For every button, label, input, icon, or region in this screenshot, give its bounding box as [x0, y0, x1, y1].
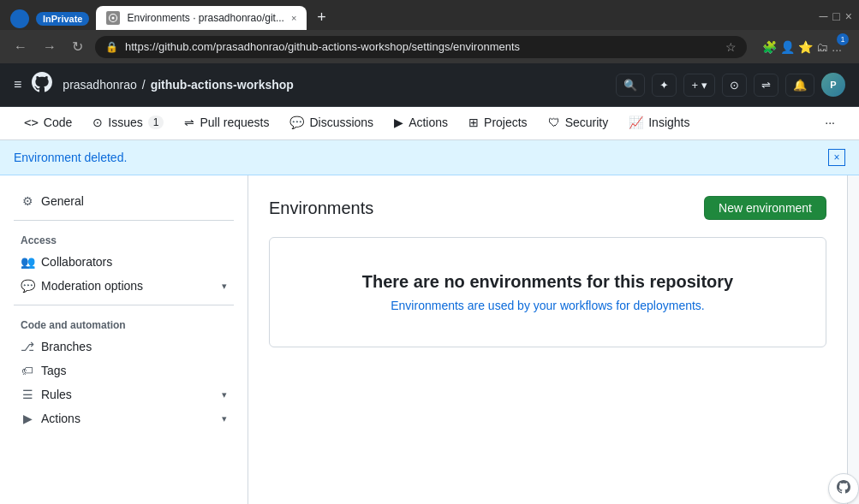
- refresh-btn[interactable]: ↻: [69, 35, 86, 58]
- tab-actions-label: Actions: [409, 116, 448, 129]
- pr-tab-icon: ⇌: [184, 116, 194, 129]
- empty-state-description: Environments are used by your workflows …: [287, 299, 808, 312]
- tab-pull-requests[interactable]: ⇌ Pull requests: [174, 107, 279, 139]
- plus-icon: +: [691, 79, 698, 92]
- browser-address-bar: ← → ↻ 🔒 https://github.com/prasadhonrao/…: [0, 30, 859, 63]
- code-icon: <>: [24, 116, 39, 129]
- breadcrumb-repo-link[interactable]: github-actions-workshop: [151, 78, 294, 92]
- hamburger-btn[interactable]: ≡: [14, 77, 21, 92]
- tab-more[interactable]: ···: [814, 107, 845, 139]
- browser-profile-badge[interactable]: InPrivate: [10, 9, 29, 28]
- tab-issues[interactable]: ⊙ Issues 1: [82, 107, 174, 139]
- header-right: 🔍 ✦ + ▾ ⊙ ⇌ 🔔 P: [616, 73, 845, 97]
- address-url: https://github.com/prasadhonrao/github-a…: [125, 40, 719, 53]
- new-tab-btn[interactable]: +: [310, 5, 333, 30]
- floating-action-btn[interactable]: [828, 473, 859, 504]
- tab-discussions[interactable]: 💬 Discussions: [279, 107, 384, 139]
- page-title: Environments: [269, 199, 373, 218]
- sidebar-item-collaborators[interactable]: 👥 Collaborators: [14, 250, 234, 274]
- actions-sidebar-icon: ▶: [21, 412, 34, 425]
- address-lock-icon: 🔒: [105, 41, 118, 53]
- tab-projects[interactable]: ⊞ Projects: [458, 107, 538, 139]
- actions-icon: ▶: [394, 116, 403, 129]
- tag-icon: 🏷: [21, 364, 34, 377]
- tab-pr-label: Pull requests: [200, 116, 269, 129]
- github-logo[interactable]: [32, 72, 52, 98]
- sidebar-item-general[interactable]: ⚙ General: [14, 189, 234, 213]
- extensions-icon[interactable]: 🧩: [762, 40, 777, 54]
- issues-header-icon: ⊙: [730, 79, 739, 92]
- tab-code[interactable]: <> Code: [14, 107, 82, 139]
- tab-insights[interactable]: 📈 Insights: [618, 107, 700, 139]
- forward-btn[interactable]: →: [39, 36, 60, 58]
- chevron-down-icon: ▾: [701, 79, 707, 92]
- browser-close[interactable]: ×: [845, 9, 852, 23]
- collections-icon[interactable]: 🗂: [816, 40, 828, 54]
- user-avatar[interactable]: P: [821, 73, 845, 97]
- github-header: ≡ prasadhonrao / github-actions-workshop…: [0, 63, 859, 107]
- browser-extra-icons: 🧩 👤 ⭐ 🗂 ... 1: [762, 40, 849, 54]
- active-tab[interactable]: Environments · prasadhonrao/git... ×: [96, 6, 307, 30]
- breadcrumb-user-link[interactable]: prasadhonrao: [63, 78, 136, 92]
- sidebar-divider-1: [14, 220, 234, 221]
- tab-title: Environments · prasadhonrao/git...: [127, 12, 283, 24]
- tab-security-label: Security: [565, 116, 609, 129]
- issues-count-badge: 1: [148, 116, 164, 129]
- tags-label: Tags: [41, 364, 227, 377]
- tab-favicon: [106, 11, 120, 25]
- pr-btn[interactable]: ⇌: [754, 74, 778, 97]
- actions-sidebar-label: Actions: [41, 412, 215, 425]
- scrollbar[interactable]: [847, 175, 859, 504]
- tab-actions[interactable]: ▶ Actions: [384, 107, 458, 139]
- moderation-chevron-icon: ▾: [222, 281, 227, 292]
- people-icon: 👥: [21, 255, 34, 269]
- empty-state-box: There are no environments for this repos…: [269, 237, 826, 347]
- svg-point-1: [112, 16, 115, 19]
- tab-code-label: Code: [44, 116, 72, 129]
- back-btn[interactable]: ←: [10, 36, 31, 58]
- browser-restore[interactable]: □: [832, 9, 839, 23]
- breadcrumb-separator: /: [142, 78, 146, 92]
- actions-chevron-icon: ▾: [222, 413, 227, 424]
- search-icon: 🔍: [623, 79, 637, 92]
- notifications-btn[interactable]: 🔔: [785, 74, 814, 97]
- notifications-icon: 🔔: [793, 79, 807, 92]
- copilot-btn[interactable]: ✦: [652, 74, 677, 97]
- user-profile-icon[interactable]: 👤: [780, 40, 795, 54]
- tab-security[interactable]: 🛡 Security: [538, 107, 619, 139]
- code-automation-section-label: Code and automation: [14, 312, 234, 335]
- github-page: ≡ prasadhonrao / github-actions-workshop…: [0, 63, 859, 504]
- tab-discussions-label: Discussions: [309, 116, 373, 129]
- sidebar-item-branches[interactable]: ⎇ Branches: [14, 335, 234, 359]
- main-header: Environments New environment: [269, 196, 826, 220]
- notification-close-btn[interactable]: ×: [828, 149, 845, 166]
- create-btn[interactable]: + ▾: [683, 74, 715, 97]
- address-star-icon[interactable]: ☆: [725, 40, 737, 54]
- empty-state-title: There are no environments for this repos…: [287, 272, 808, 292]
- branches-label: Branches: [41, 340, 227, 353]
- search-btn[interactable]: 🔍: [616, 74, 645, 97]
- general-label: General: [41, 194, 227, 208]
- sidebar-item-tags[interactable]: 🏷 Tags: [14, 359, 234, 382]
- branch-icon: ⎇: [21, 340, 34, 353]
- browser-minimize[interactable]: ─: [819, 9, 827, 23]
- tab-issues-label: Issues: [108, 116, 142, 129]
- address-box[interactable]: 🔒 https://github.com/prasadhonrao/github…: [95, 36, 747, 58]
- sidebar-item-moderation[interactable]: 💬 Moderation options ▾: [14, 274, 234, 298]
- tab-close-btn[interactable]: ×: [291, 13, 296, 23]
- sidebar-item-rules[interactable]: ☰ Rules ▾: [14, 382, 234, 406]
- moderation-label: Moderation options: [41, 279, 215, 293]
- collaborators-label: Collaborators: [41, 255, 227, 269]
- issues-icon: ⊙: [92, 116, 103, 129]
- security-icon: 🛡: [548, 116, 560, 129]
- breadcrumb: prasadhonrao / github-actions-workshop: [63, 78, 294, 92]
- sidebar-item-actions[interactable]: ▶ Actions ▾: [14, 406, 234, 430]
- notification-message: Environment deleted.: [14, 151, 127, 164]
- moderation-icon: 💬: [21, 279, 34, 293]
- access-section-label: Access: [14, 228, 234, 250]
- new-environment-btn[interactable]: New environment: [704, 196, 826, 220]
- favorites-icon[interactable]: ⭐: [798, 40, 813, 54]
- inprivate-badge: InPrivate: [36, 12, 89, 26]
- main-content-wrapper: Environments New environment There are n…: [248, 175, 859, 504]
- issues-btn[interactable]: ⊙: [722, 74, 747, 97]
